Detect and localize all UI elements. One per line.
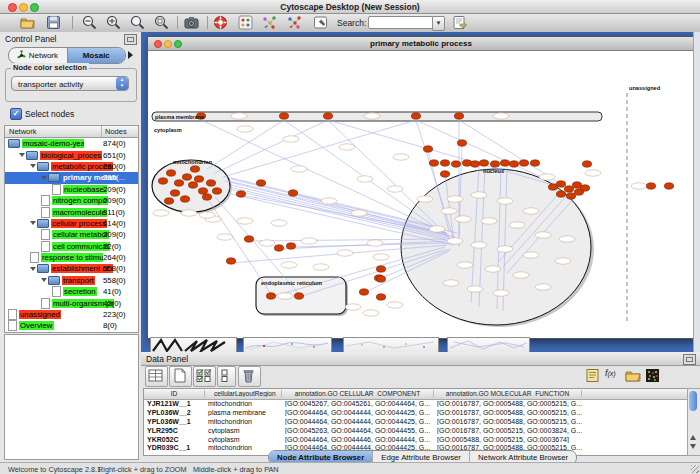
disclosure-triangle-icon[interactable]	[30, 164, 36, 168]
network-window-titlebar[interactable]: primary metabolic process	[148, 37, 694, 51]
tree-row[interactable]: secretion41(0)	[5, 286, 138, 297]
network-node	[188, 182, 197, 188]
attribute-table-button[interactable]	[145, 366, 168, 387]
search-input[interactable]	[368, 16, 434, 29]
network-view-window[interactable]: primary metabolic process plasma membran…	[147, 36, 695, 339]
disclosure-triangle-icon[interactable]	[41, 176, 47, 180]
background-window-fragment[interactable]	[447, 337, 530, 352]
tree-row[interactable]: nitrogen compo209(0)	[5, 195, 138, 206]
save-session-icon[interactable]	[46, 15, 61, 30]
tree-row[interactable]: cellular process614(0)	[5, 218, 138, 229]
tab-overflow-icon[interactable]	[128, 51, 133, 59]
tree-row[interactable]: transport558(0)	[5, 275, 138, 286]
network-node	[256, 180, 265, 186]
resize-grip[interactable]	[691, 465, 699, 473]
background-window-fragment[interactable]	[150, 337, 237, 352]
attribute-batch-icon[interactable]	[585, 368, 601, 383]
node-label-oval	[339, 144, 355, 150]
delete-attribute-button[interactable]	[238, 366, 261, 387]
file-icon	[52, 286, 61, 297]
zoom-selected-icon[interactable]	[130, 15, 145, 30]
node-color-dropdown[interactable]: transporter activity	[11, 76, 129, 91]
attribute-table[interactable]: ID_cellularLayoutRegionannotation.GO CEL…	[143, 388, 688, 456]
tree-row[interactable]: unassigned223(0)	[5, 309, 138, 320]
table-column-header[interactable]: ID	[144, 390, 205, 397]
vizmapper-icon[interactable]	[238, 15, 253, 30]
tree-row[interactable]: biological_process651(0)	[5, 149, 138, 160]
table-cell: [GO:0016787, GO:0005488, GO:0005215, G..…	[434, 418, 582, 425]
node-label-oval	[367, 240, 383, 246]
dropdown-stepper-icon[interactable]: ▲▼	[116, 77, 128, 90]
file-icon	[8, 309, 17, 320]
table-row[interactable]: YLR295Ccytoplasm[GO:0045263, GO:0044464,…	[144, 427, 687, 436]
tree-row[interactable]: macromolecule311(0)	[5, 206, 138, 217]
status-welcome: Welcome to Cytoscape 2.8.1	[8, 465, 101, 474]
select-attributes-button[interactable]	[193, 366, 216, 387]
scroll-up-icon[interactable]	[690, 435, 696, 440]
function-builder-icon[interactable]: f(x)	[605, 368, 621, 383]
table-scrollbar[interactable]	[687, 388, 700, 456]
tab-network[interactable]: Network	[9, 48, 67, 63]
float-panel-icon[interactable]	[683, 354, 696, 365]
zoom-in-icon[interactable]	[106, 15, 121, 30]
tree-row[interactable]: establishment of lo558(0)	[5, 263, 138, 274]
select-nodes-checkbox[interactable]: ✓	[10, 108, 22, 120]
import-attributes-icon[interactable]	[625, 368, 641, 383]
tree-row[interactable]: nucleobase-209(0)	[5, 184, 138, 195]
help-icon[interactable]	[213, 15, 228, 30]
label-unassigned: unassigned	[629, 85, 661, 91]
network-canvas[interactable]: plasma membranecytoplasmmitochondrionnuc…	[149, 51, 692, 337]
tree-row[interactable]: cellular metabol209(0)	[5, 229, 138, 240]
search-dropdown-icon[interactable]: ▼	[432, 16, 445, 31]
open-session-icon[interactable]	[20, 15, 35, 30]
search-options-icon[interactable]	[452, 15, 467, 30]
node-label-oval	[291, 166, 307, 172]
table-column-header[interactable]: annotation.GO MOLECULAR_FUNCTION	[434, 390, 582, 397]
network-node	[174, 180, 183, 186]
tree-row[interactable]: mosaic-demo-yeast874(0)	[5, 138, 138, 149]
attribute-matrix-icon[interactable]	[645, 368, 661, 383]
table-column-header[interactable]: annotation.GO CELLULAR_COMPONENT	[282, 390, 434, 397]
float-panel-icon[interactable]	[124, 34, 137, 45]
table-cell: YPL036W__2	[144, 409, 205, 416]
tree-row[interactable]: multi-organism pro42(0)	[5, 297, 138, 308]
desktop-scrollbar[interactable]	[693, 32, 700, 352]
scrollbar-thumb[interactable]	[689, 391, 697, 411]
tree-row[interactable]: metabolic process280(0)	[5, 161, 138, 172]
background-window-fragment[interactable]	[343, 337, 439, 352]
table-row[interactable]: YJR121W__1mitochondrion[GO:0045267, GO:0…	[144, 400, 687, 409]
attribute-table-header[interactable]: ID_cellularLayoutRegionannotation.GO CEL…	[144, 389, 687, 400]
label-endoplasmic-reticulum: endoplasmic reticulum	[261, 280, 322, 286]
disclosure-triangle-icon[interactable]	[30, 267, 36, 271]
attribute-table-body: YJR121W__1mitochondrion[GO:0045267, GO:0…	[144, 400, 687, 453]
table-row[interactable]: YPL036W__2plasma membrane[GO:0044464, GO…	[144, 409, 687, 418]
zoom-out-icon[interactable]	[82, 15, 97, 30]
table-cell: YPL036W__1	[144, 418, 205, 425]
node-label-oval	[351, 210, 367, 216]
table-row[interactable]: YKR052Ccytoplasm[GO:0044464, GO:0044446,…	[144, 436, 687, 445]
file-icon	[41, 195, 50, 206]
background-window-fragment[interactable]	[243, 337, 332, 352]
destroy-network-view-icon[interactable]	[287, 15, 302, 30]
unselect-attributes-button[interactable]	[217, 366, 236, 387]
node-label-oval	[523, 252, 539, 258]
table-row[interactable]: YPL036W__1mitochondrion[GO:0044464, GO:0…	[144, 418, 687, 427]
tree-row[interactable]: response to stimulu264(0)	[5, 252, 138, 263]
tab-mosaic[interactable]: Mosaic	[67, 48, 126, 63]
tree-node-count: 41(0)	[103, 287, 121, 296]
tree-row[interactable]: cell communicat22(0)	[5, 241, 138, 252]
tree-row[interactable]: Overview8(0)	[5, 320, 138, 331]
table-column-header[interactable]: _cellularLayoutRegion	[205, 390, 282, 397]
disclosure-triangle-icon[interactable]	[30, 221, 36, 225]
annotation-icon[interactable]	[313, 15, 328, 30]
table-cell: YJR121W__1	[144, 400, 205, 407]
create-network-view-icon[interactable]	[262, 15, 277, 30]
new-attribute-button[interactable]	[169, 366, 192, 387]
scroll-down-icon[interactable]	[690, 444, 696, 449]
network-node	[170, 190, 179, 196]
tree-row[interactable]: primary metab209(...	[5, 172, 138, 183]
disclosure-triangle-icon[interactable]	[19, 153, 25, 157]
zoom-fit-icon[interactable]	[154, 15, 169, 30]
disclosure-triangle-icon[interactable]	[41, 278, 47, 282]
snapshot-icon[interactable]	[184, 15, 199, 30]
